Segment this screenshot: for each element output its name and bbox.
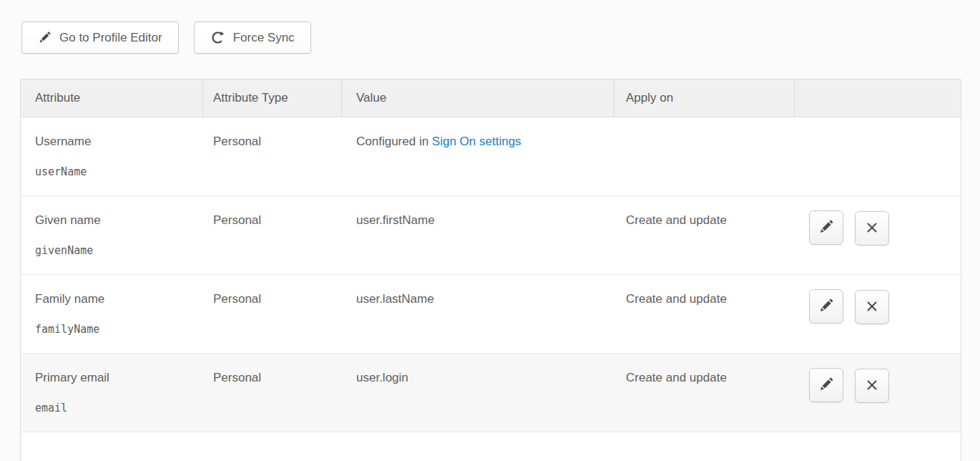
table-row: Primary emailemailPersonaluser.loginCrea…	[21, 354, 961, 432]
attribute-variable-name: givenName	[35, 243, 203, 258]
attribute-variable-name: userName	[35, 165, 203, 179]
edit-attribute-button[interactable]	[809, 289, 843, 324]
table-header: Attribute Attribute Type Value Apply on	[21, 79, 961, 117]
value-text: user.login	[356, 371, 408, 384]
refresh-icon	[210, 30, 225, 45]
toolbar: Go to Profile Editor Force Sync	[21, 21, 326, 54]
attribute-label: Username	[35, 133, 203, 150]
delete-attribute-button[interactable]	[855, 211, 889, 246]
value-cell: user.firstName	[342, 196, 614, 274]
apply-on-cell: Create and update	[614, 196, 795, 274]
row-actions	[795, 275, 961, 353]
pencil-icon	[818, 219, 834, 237]
x-icon	[865, 299, 879, 316]
table-row: Given namegivenNamePersonaluser.firstNam…	[21, 196, 961, 275]
attribute-cell: Primary emailemail	[21, 354, 203, 432]
attribute-label: Family name	[35, 291, 203, 308]
value-cell: Configured in Sign On settings	[342, 117, 614, 195]
value-text: Configured in	[356, 135, 432, 148]
attribute-label: Given name	[35, 212, 203, 229]
column-header-value: Value	[342, 79, 614, 117]
delete-attribute-button[interactable]	[855, 369, 889, 403]
attribute-cell: Family namefamilyName	[21, 275, 203, 353]
value-text: user.lastName	[356, 292, 434, 306]
x-icon	[865, 378, 879, 394]
attribute-label: Primary email	[35, 369, 203, 387]
x-icon	[865, 220, 879, 237]
table-row: UsernameuserNamePersonalConfigured in Si…	[21, 117, 961, 196]
table-body: UsernameuserNamePersonalConfigured in Si…	[21, 117, 961, 461]
column-header-attribute-type: Attribute Type	[203, 79, 342, 117]
table-row: Family namefamilyNamePersonaluser.lastNa…	[21, 275, 961, 354]
row-actions	[795, 117, 961, 195]
attribute-variable-name: familyName	[35, 322, 203, 336]
go-to-profile-editor-button[interactable]: Go to Profile Editor	[21, 21, 179, 54]
attribute-type-cell: Personal	[203, 275, 342, 353]
attribute-cell: UsernameuserName	[21, 117, 203, 195]
force-sync-button[interactable]: Force Sync	[194, 21, 311, 54]
pencil-icon	[38, 31, 52, 44]
sign-on-settings-link[interactable]: Sign On settings	[432, 135, 521, 148]
edit-attribute-button[interactable]	[809, 210, 843, 245]
button-label: Force Sync	[233, 31, 295, 45]
apply-on-cell: Create and update	[614, 354, 795, 432]
row-actions	[795, 354, 961, 432]
attribute-cell: Given namegivenName	[21, 196, 203, 274]
pencil-icon	[818, 298, 834, 316]
value-cell: user.login	[342, 354, 614, 432]
apply-on-cell: Create and update	[614, 275, 795, 353]
attribute-type-cell: Personal	[203, 117, 342, 195]
button-label: Go to Profile Editor	[59, 31, 162, 45]
value-text: user.firstName	[356, 213, 435, 227]
empty-row	[21, 432, 961, 461]
apply-on-cell	[614, 117, 795, 195]
value-cell: user.lastName	[342, 275, 614, 353]
column-header-actions	[795, 79, 961, 117]
edit-attribute-button[interactable]	[809, 368, 843, 402]
column-header-apply-on: Apply on	[614, 79, 795, 117]
column-header-attribute: Attribute	[21, 79, 203, 117]
attribute-type-cell: Personal	[203, 196, 342, 274]
attribute-variable-name: email	[35, 401, 203, 415]
attribute-mappings-table: Attribute Attribute Type Value Apply on …	[20, 79, 961, 461]
delete-attribute-button[interactable]	[855, 290, 889, 324]
row-actions	[795, 196, 961, 274]
attribute-type-cell: Personal	[203, 354, 342, 432]
pencil-icon	[818, 377, 834, 394]
